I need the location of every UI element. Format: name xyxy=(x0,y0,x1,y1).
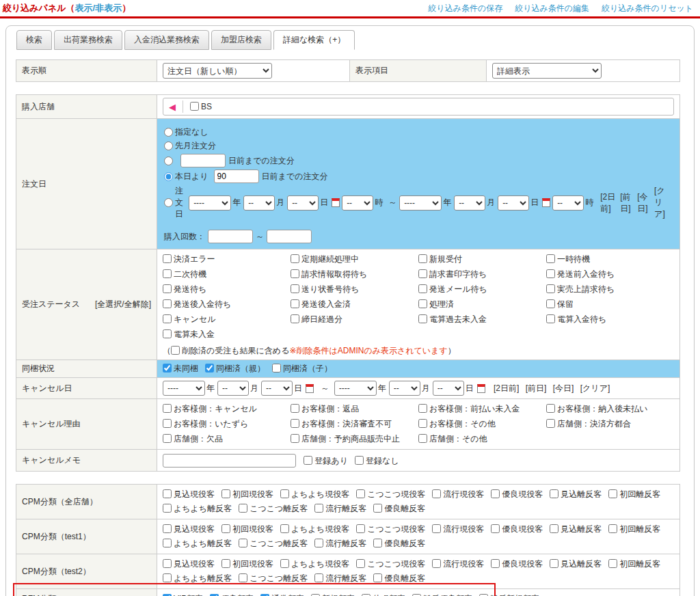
checkbox-input[interactable] xyxy=(550,559,558,568)
checkbox-input[interactable] xyxy=(491,524,500,533)
checkbox-input[interactable] xyxy=(546,419,555,428)
checkbox-input[interactable] xyxy=(291,404,299,413)
checkbox-input[interactable] xyxy=(163,254,172,263)
tab-advanced-search[interactable]: 詳細な検索（+） xyxy=(273,30,355,50)
checkbox-input[interactable] xyxy=(418,314,427,323)
checkbox-input[interactable] xyxy=(546,269,555,278)
checkbox-item[interactable]: 締日経過分 xyxy=(291,314,416,325)
checkbox-input[interactable] xyxy=(491,559,500,568)
quick-link-today[interactable]: [今日] xyxy=(637,191,650,215)
hour-select[interactable]: -- xyxy=(342,195,373,211)
calendar-icon[interactable] xyxy=(542,198,550,207)
checkbox-input[interactable] xyxy=(546,299,555,308)
checkbox-item[interactable]: よちよち現役客 xyxy=(280,559,349,569)
checkbox-input[interactable] xyxy=(314,504,323,513)
checkbox-item[interactable]: 発送後入金待ち xyxy=(163,299,288,310)
checkbox-input[interactable] xyxy=(163,489,172,498)
checkbox-item[interactable]: こつこつ離反客 xyxy=(239,504,308,513)
checkbox-item[interactable]: こつこつ離反客 xyxy=(239,573,308,583)
checkbox-input[interactable] xyxy=(550,489,558,498)
checkbox-item[interactable]: 店舗側：決済方都合 xyxy=(546,418,671,430)
day-select[interactable]: -- xyxy=(287,195,319,211)
checkbox-input[interactable] xyxy=(221,559,230,568)
checkbox-item[interactable]: 処理済 xyxy=(418,299,543,310)
checkbox-input[interactable] xyxy=(163,299,172,308)
purchase-count-to-input[interactable] xyxy=(267,230,312,243)
year-select[interactable]: ---- xyxy=(189,195,231,211)
checkbox-item[interactable]: 流行離反客 xyxy=(314,539,366,548)
checkbox-input[interactable] xyxy=(418,419,427,428)
checkbox-item[interactable]: 優良現役客 xyxy=(491,559,543,569)
checkbox-input[interactable] xyxy=(373,573,382,582)
day-select[interactable]: -- xyxy=(261,381,293,396)
checkbox-input[interactable] xyxy=(163,284,172,293)
checkbox-input[interactable] xyxy=(373,539,382,547)
reset-filter-link[interactable]: 絞り込み条件のリセット xyxy=(602,3,693,14)
checkbox-item[interactable]: 同梱済（親） xyxy=(205,364,265,373)
checkbox-item[interactable]: こつこつ現役客 xyxy=(356,559,425,569)
month-select[interactable]: -- xyxy=(243,195,275,211)
checkbox-item[interactable]: 送り状番号待ち xyxy=(291,284,416,295)
checkbox-item[interactable]: お客様側：納入後未払い xyxy=(546,403,671,415)
radio-date-range[interactable]: 注文日 xyxy=(164,185,186,220)
checkbox-item[interactable]: 一時待機 xyxy=(546,254,671,265)
checkbox-item[interactable]: 登録あり xyxy=(304,456,348,465)
checkbox-input[interactable] xyxy=(291,269,299,278)
checkbox-item[interactable]: よちよち離反客 xyxy=(163,573,232,583)
checkbox-input[interactable] xyxy=(418,434,427,443)
quick-link-2days-ago[interactable]: [2日前] xyxy=(600,191,616,215)
checkbox-item[interactable]: 優良離反客 xyxy=(373,573,425,583)
checkbox-input[interactable] xyxy=(291,314,299,323)
checkbox-input[interactable] xyxy=(163,329,172,338)
checkbox-item[interactable]: 流行現役客 xyxy=(432,524,484,534)
checkbox-input[interactable] xyxy=(314,539,323,547)
year-select[interactable]: ---- xyxy=(399,195,442,211)
checkbox-item[interactable]: 電算入金待ち xyxy=(546,314,671,325)
checkbox-input[interactable] xyxy=(314,573,323,582)
checkbox-item[interactable]: 初回現役客 xyxy=(221,524,273,534)
checkbox-input[interactable] xyxy=(432,524,441,533)
checkbox-input[interactable] xyxy=(280,559,289,568)
checkbox-item[interactable]: 同梱済（子） xyxy=(272,364,332,373)
day-select[interactable]: -- xyxy=(498,195,529,211)
select-all-link[interactable]: [全選択/全解除] xyxy=(95,299,151,310)
checkbox-item[interactable]: 見込現役客 xyxy=(163,524,215,534)
checkbox-item[interactable]: 新規受付 xyxy=(418,254,543,265)
checkbox-item[interactable]: 定期継続処理中 xyxy=(291,254,416,265)
checkbox-store-bs[interactable]: BS xyxy=(190,102,212,111)
checkbox-input[interactable] xyxy=(163,404,172,413)
checkbox-input[interactable] xyxy=(221,489,230,498)
checkbox-input[interactable] xyxy=(355,456,364,465)
checkbox-item[interactable]: 見込現役客 xyxy=(163,489,215,499)
radio-input[interactable] xyxy=(164,128,173,137)
checkbox-input[interactable] xyxy=(205,364,214,372)
collapse-arrow-icon[interactable]: ◀ xyxy=(169,103,176,111)
checkbox-item[interactable]: 初回離反客 xyxy=(608,524,660,534)
checkbox-item[interactable]: お客様側：キャンセル xyxy=(163,403,288,415)
checkbox-item[interactable]: 請求書印字待ち xyxy=(418,269,543,280)
tab-shipping-search[interactable]: 出荷業務検索 xyxy=(54,30,122,50)
checkbox-item[interactable]: 優良現役客 xyxy=(491,489,543,499)
checkbox-item[interactable]: 初回現役客 xyxy=(221,559,273,569)
quick-link-clear[interactable]: [クリア] xyxy=(654,185,673,220)
radio-input[interactable] xyxy=(164,198,173,207)
calendar-icon[interactable] xyxy=(332,198,340,207)
days-before-input[interactable] xyxy=(180,154,226,167)
checkbox-input[interactable] xyxy=(190,102,199,111)
checkbox-include-deleted[interactable]: 削除済の受注も結果に含める xyxy=(171,346,289,355)
quick-link-yesterday[interactable]: [前日] xyxy=(526,383,547,393)
save-filter-link[interactable]: 絞り込み条件の保存 xyxy=(428,3,502,14)
checkbox-item[interactable]: 未同梱 xyxy=(163,364,198,373)
calendar-icon[interactable] xyxy=(306,384,314,393)
checkbox-item[interactable]: 請求情報取得待ち xyxy=(291,269,416,280)
checkbox-item[interactable]: 電算過去未入金 xyxy=(418,314,543,325)
checkbox-input[interactable] xyxy=(491,489,500,498)
checkbox-input[interactable] xyxy=(432,559,441,568)
checkbox-input[interactable] xyxy=(163,504,172,513)
checkbox-input[interactable] xyxy=(418,284,427,293)
checkbox-input[interactable] xyxy=(163,559,172,568)
checkbox-item[interactable]: お客様側：決済審査不可 xyxy=(291,418,416,430)
checkbox-input[interactable] xyxy=(418,269,427,278)
checkbox-item[interactable]: こつこつ現役客 xyxy=(356,524,425,534)
today-minus-days-input[interactable] xyxy=(214,170,259,183)
